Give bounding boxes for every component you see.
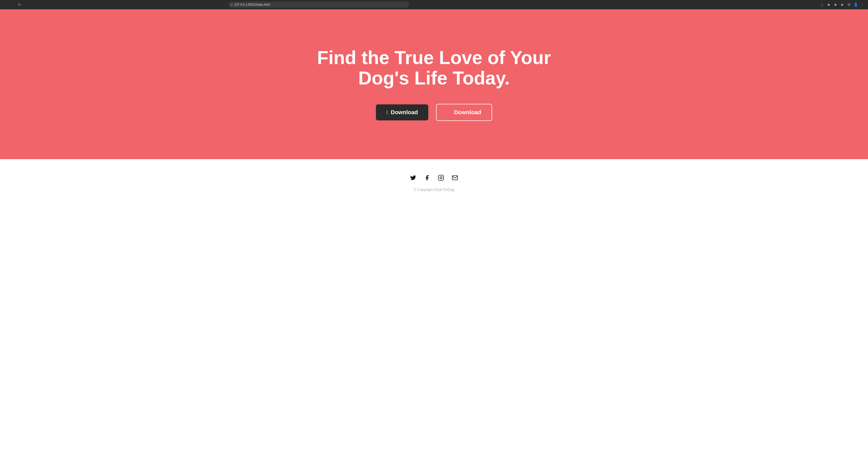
url-text: 127.0.0.1:5501/index.html xyxy=(234,3,270,6)
extension-icon-2[interactable]: ■ xyxy=(833,2,838,7)
refresh-button[interactable]: ↻ xyxy=(17,2,22,7)
apple-download-button[interactable]:  Download xyxy=(376,104,428,120)
apple-icon:  xyxy=(386,110,388,116)
hero-title: Find the True Love of Your Dog's Life To… xyxy=(292,48,576,88)
copyright-text: © Copyright 2018 TinDog xyxy=(413,188,454,192)
profile-icon[interactable]: 👤 xyxy=(853,2,858,7)
extension-icon-1[interactable]: ■ xyxy=(826,2,831,7)
google-play-icon xyxy=(447,110,452,115)
forward-button[interactable]: → xyxy=(10,2,16,7)
settings-icon[interactable]: ⚙ xyxy=(846,2,851,7)
download-buttons:  Download Download xyxy=(376,104,492,121)
hero-section: Find the True Love of Your Dog's Life To… xyxy=(0,9,868,159)
bookmark-icon[interactable]: ☆ xyxy=(819,2,825,7)
twitter-icon[interactable] xyxy=(410,175,416,182)
back-button[interactable]: ← xyxy=(3,2,9,7)
social-icons xyxy=(410,175,458,182)
menu-icon[interactable]: ⋮ xyxy=(860,2,865,7)
address-bar[interactable]: ● 127.0.0.1:5501/index.html xyxy=(228,2,409,8)
browser-actions: ☆ ■ ■ ■ ⚙ 👤 ⋮ xyxy=(819,2,865,7)
email-icon[interactable] xyxy=(452,175,458,182)
lock-icon: ● xyxy=(231,3,233,6)
browser-chrome: ← → ↻ ● 127.0.0.1:5501/index.html ☆ ■ ■ … xyxy=(0,0,868,9)
svg-rect-0 xyxy=(438,175,443,180)
extension-icon-3[interactable]: ■ xyxy=(840,2,845,7)
google-download-button[interactable]: Download xyxy=(436,104,492,121)
footer-section: © Copyright 2018 TinDog xyxy=(0,159,868,202)
facebook-icon[interactable] xyxy=(424,175,430,182)
google-download-label: Download xyxy=(454,109,481,116)
instagram-icon[interactable] xyxy=(438,175,444,182)
browser-nav-buttons: ← → ↻ xyxy=(3,2,22,7)
apple-download-label: Download xyxy=(391,109,418,116)
